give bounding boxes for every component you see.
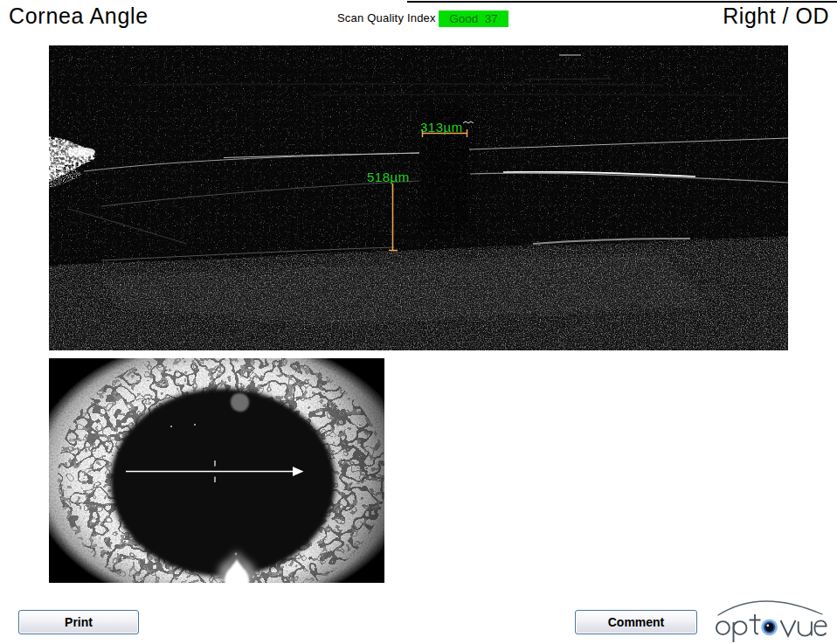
svg-text:313µm: 313µm	[420, 120, 463, 135]
svg-text:518µm: 518µm	[367, 170, 410, 184]
